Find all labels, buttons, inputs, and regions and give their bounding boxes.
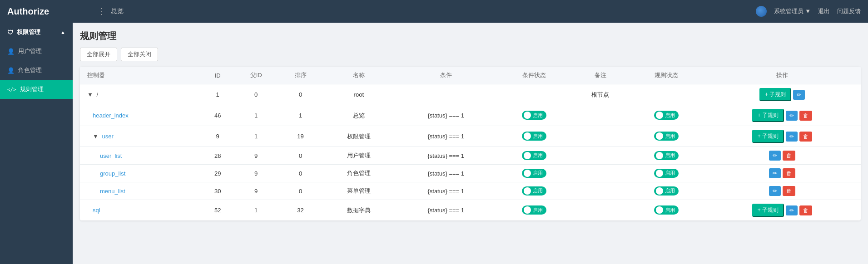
delete-button[interactable]: 🗑	[783, 151, 795, 161]
col-condition: 条件	[395, 67, 497, 84]
controller-name[interactable]: sql	[93, 207, 100, 214]
shield-icon: 🛡	[7, 29, 13, 36]
cell-parent-id: 9	[234, 182, 278, 200]
table-row: menu_list3090菜单管理{status} === 1启用启用✏🗑	[80, 182, 861, 200]
table-header: 控制器 ID 父ID 排序 名称 条件 条件状态 备注 规则状态 操作	[80, 67, 861, 84]
action-buttons: + 子规则✏🗑	[707, 130, 857, 143]
rule-status-toggle[interactable]: 启用	[654, 205, 679, 215]
sidebar-item-user[interactable]: 👤 用户管理	[0, 42, 73, 61]
role-icon: 👤	[7, 67, 15, 74]
sidebar-item-permission[interactable]: 🛡 权限管理 ▲	[0, 23, 73, 42]
cell-condition-status: 启用	[497, 126, 571, 147]
table-row: sql52132数据字典{status} === 1启用启用+ 子规则✏🗑	[80, 200, 861, 221]
delete-button[interactable]: 🗑	[783, 168, 795, 178]
menu-icon[interactable]: ⋮	[97, 6, 105, 16]
add-child-button[interactable]: + 子规则	[752, 130, 784, 143]
delete-button[interactable]: 🗑	[799, 111, 812, 121]
toggle-label: 启用	[533, 152, 543, 159]
delete-button[interactable]: 🗑	[783, 186, 795, 196]
delete-button[interactable]: 🗑	[799, 205, 812, 215]
cell-rule-status: 启用	[630, 200, 704, 221]
cell-actions: + 子规则✏🗑	[704, 200, 861, 221]
controller-name[interactable]: header_index	[93, 112, 129, 119]
add-child-button[interactable]: + 子规则	[759, 88, 791, 101]
condition-status-toggle[interactable]: 启用	[522, 169, 546, 178]
table-body: ▼ /100root根节点+ 子规则✏header_index4611总览{st…	[80, 84, 861, 221]
toggle-label: 启用	[533, 133, 543, 140]
condition-status-toggle[interactable]: 启用	[522, 151, 546, 160]
table-row: header_index4611总览{status} === 1启用启用+ 子规…	[80, 105, 861, 126]
sidebar: 🛡 权限管理 ▲ 👤 用户管理 👤 角色管理 </> 规则管理	[0, 23, 73, 264]
rule-status-toggle[interactable]: 启用	[654, 169, 679, 178]
delete-button[interactable]: 🗑	[799, 132, 812, 142]
condition-status-toggle[interactable]: 启用	[522, 132, 546, 141]
controller-name: /	[96, 91, 98, 98]
cell-name: 角色管理	[323, 165, 395, 182]
action-buttons: + 子规则✏	[707, 88, 857, 101]
header-right-actions: 系统管理员 ▼ 退出 问题反馈	[756, 6, 861, 17]
edit-button[interactable]: ✏	[769, 186, 781, 196]
sidebar-label-role: 角色管理	[18, 66, 42, 74]
breadcrumb: 总览	[111, 7, 124, 15]
rules-table-wrapper: 控制器 ID 父ID 排序 名称 条件 条件状态 备注 规则状态 操作 ▼ /1…	[80, 67, 861, 220]
edit-button[interactable]: ✏	[769, 168, 781, 178]
table-row: ▼ /100root根节点+ 子规则✏	[80, 84, 861, 105]
toggle-circle	[524, 206, 531, 214]
edit-button[interactable]: ✏	[769, 151, 781, 161]
sidebar-item-role[interactable]: 👤 角色管理	[0, 61, 73, 80]
feedback-button[interactable]: 问题反馈	[837, 7, 861, 15]
cell-id: 1	[202, 84, 234, 105]
sidebar-item-rule[interactable]: </> 规则管理	[0, 80, 73, 99]
main-layout: 🛡 权限管理 ▲ 👤 用户管理 👤 角色管理 </> 规则管理 规则管理 全部展…	[0, 23, 868, 264]
cell-condition: {status} === 1	[395, 182, 497, 200]
cell-parent-id: 1	[234, 200, 278, 221]
condition-status-toggle[interactable]: 启用	[522, 111, 546, 120]
cell-id: 28	[202, 147, 234, 165]
action-buttons: + 子规则✏🗑	[707, 204, 857, 217]
condition-status-toggle[interactable]: 启用	[522, 205, 546, 215]
condition-status-toggle[interactable]: 启用	[522, 186, 546, 196]
sidebar-label-rule: 规则管理	[20, 85, 44, 93]
edit-button[interactable]: ✏	[786, 111, 798, 121]
toggle-circle	[524, 152, 531, 159]
cell-condition: {status} === 1	[395, 200, 497, 221]
toggle-label: 启用	[533, 187, 543, 194]
expand-icon[interactable]: ▼	[93, 133, 100, 140]
page-title: 规则管理	[80, 30, 861, 42]
rule-status-toggle[interactable]: 启用	[654, 186, 679, 196]
col-controller: 控制器	[80, 67, 202, 84]
rule-status-toggle[interactable]: 启用	[654, 111, 679, 120]
cell-name: 数据字典	[323, 200, 395, 221]
cell-sort: 32	[278, 200, 323, 221]
controller-name[interactable]: user_list	[100, 152, 122, 159]
add-child-button[interactable]: + 子规则	[752, 109, 784, 122]
cell-remark	[571, 165, 630, 182]
cell-remark	[571, 105, 630, 126]
cell-name: root	[323, 84, 395, 105]
logout-button[interactable]: 退出	[818, 7, 830, 15]
action-buttons: + 子规则✏🗑	[707, 109, 857, 122]
toggle-circle	[524, 170, 531, 177]
rule-status-toggle[interactable]: 启用	[654, 151, 679, 160]
rule-status-toggle[interactable]: 启用	[654, 132, 679, 141]
toggle-label: 启用	[665, 207, 675, 214]
cell-condition-status: 启用	[497, 200, 571, 221]
controller-name[interactable]: group_list	[100, 170, 125, 177]
cell-condition-status: 启用	[497, 147, 571, 165]
cell-controller: header_index	[80, 105, 202, 126]
edit-button[interactable]: ✏	[786, 205, 798, 215]
expand-icon[interactable]: ▼	[87, 91, 94, 98]
edit-button[interactable]: ✏	[786, 132, 798, 142]
edit-button[interactable]: ✏	[793, 90, 805, 100]
col-sort: 排序	[278, 67, 323, 84]
add-child-button[interactable]: + 子规则	[752, 204, 784, 217]
expand-all-button[interactable]: 全部展开	[80, 48, 117, 61]
action-buttons: ✏🗑	[707, 186, 857, 196]
cell-parent-id: 1	[234, 105, 278, 126]
user-menu[interactable]: 系统管理员 ▼	[774, 7, 811, 15]
collapse-all-button[interactable]: 全部关闭	[121, 48, 158, 61]
toggle-circle	[524, 187, 531, 195]
controller-name[interactable]: menu_list	[100, 188, 125, 195]
toggle-circle	[656, 170, 663, 177]
controller-name[interactable]: user	[102, 133, 113, 140]
